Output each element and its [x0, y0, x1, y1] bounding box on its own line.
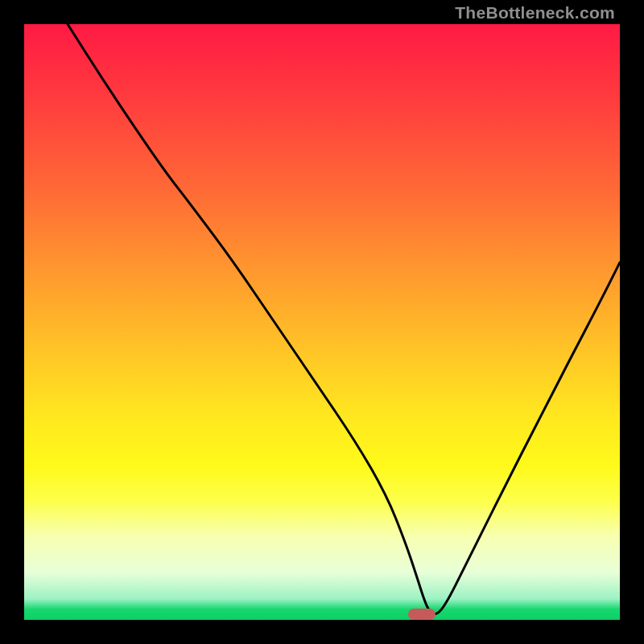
optimal-marker — [408, 609, 436, 620]
chart-frame: TheBottleneck.com — [0, 0, 644, 644]
bottleneck-curve — [24, 24, 620, 620]
watermark-text: TheBottleneck.com — [455, 3, 615, 23]
plot-area — [24, 24, 620, 620]
